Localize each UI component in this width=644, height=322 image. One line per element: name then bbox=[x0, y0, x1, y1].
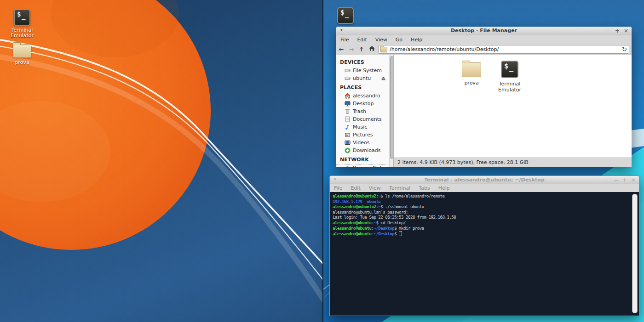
sidebar-item-trash[interactable]: Trash bbox=[336, 107, 389, 115]
sidebar-item-alessandro[interactable]: alessandro bbox=[336, 92, 389, 100]
network-icon bbox=[345, 165, 351, 167]
file-item-prova[interactable]: prova bbox=[452, 61, 491, 86]
sidebar-item-label: Videos bbox=[353, 140, 370, 146]
menu-item-file[interactable]: File bbox=[336, 37, 353, 43]
terminal-line: 192.168.1.179 ubuntu bbox=[333, 199, 639, 205]
sidebar-item-ubuntu[interactable]: ubuntu bbox=[336, 74, 389, 82]
sidebar-item-downloads[interactable]: Downloads bbox=[336, 147, 389, 154]
menu-item-edit[interactable]: Edit bbox=[353, 37, 371, 43]
home-icon bbox=[345, 93, 351, 99]
window-menu-icon[interactable]: ▾ bbox=[334, 177, 336, 181]
picture-icon bbox=[345, 132, 351, 138]
fm-titlebar[interactable]: ▾ Desktop - File Manager −+× bbox=[336, 27, 632, 36]
desktop-icon-prova[interactable]: prova bbox=[2, 41, 42, 65]
file-manager-window: ▾ Desktop - File Manager −+× FileEditVie… bbox=[336, 27, 632, 167]
up-button[interactable]: ↑ bbox=[356, 46, 367, 53]
terminal-icon: $_ bbox=[337, 7, 354, 24]
sidebar-item-music[interactable]: Music bbox=[336, 123, 389, 131]
download-icon bbox=[345, 147, 351, 153]
sidebar-item-videos[interactable]: Videos bbox=[336, 139, 389, 147]
minimize-button[interactable]: − bbox=[606, 27, 611, 35]
file-label: Terminal Emulator bbox=[490, 81, 529, 93]
terminal-line: alessandro@xubuntu2:~$ ls /home/alessand… bbox=[333, 194, 639, 199]
video-icon bbox=[345, 140, 351, 146]
fm-sidebar: DEVICESFile SystemubuntuPLACESalessandro… bbox=[336, 55, 389, 167]
back-button[interactable]: ← bbox=[336, 46, 346, 53]
terminal-titlebar[interactable]: ▾ Terminal - alessandro@ubuntu: ~/Deskto… bbox=[330, 176, 639, 185]
terminal-text: alessandro@ubuntu bbox=[333, 232, 371, 236]
sidebar-item-browse-network[interactable]: Browse Network bbox=[336, 164, 389, 167]
menu-item-view[interactable]: View bbox=[365, 185, 385, 191]
terminal-cursor bbox=[399, 231, 402, 236]
sidebar-item-label: Documents bbox=[353, 116, 382, 122]
menu-item-go[interactable]: Go bbox=[391, 37, 407, 43]
terminal-text: ~/Desktop bbox=[374, 226, 394, 231]
file-label: prova bbox=[452, 80, 491, 86]
sidebar-item-documents[interactable]: Documents bbox=[336, 115, 389, 123]
sidebar-item-desktop[interactable]: Desktop bbox=[336, 100, 389, 107]
terminal-text: alessandro@xubuntu2 bbox=[333, 204, 376, 209]
terminal-text: alessandro@ubuntu.lan's password: bbox=[333, 210, 410, 215]
terminal-line: alessandro@ubuntu:~$ cd Desktop/ bbox=[333, 220, 639, 226]
drive-icon bbox=[345, 75, 351, 81]
file-item-terminal-emulator[interactable]: $_Terminal Emulator bbox=[490, 61, 529, 93]
terminal-line: alessandro@ubuntu:~/Desktop$ bbox=[333, 231, 639, 237]
desktop-icon-terminal-emulator[interactable]: $_ bbox=[336, 7, 355, 24]
menu-item-help[interactable]: Help bbox=[407, 37, 426, 43]
maximize-button[interactable]: + bbox=[615, 27, 620, 35]
fm-file-area[interactable]: prova$_Terminal Emulator bbox=[394, 55, 632, 158]
menu-item-file[interactable]: File bbox=[330, 185, 346, 191]
menu-item-terminal[interactable]: Terminal bbox=[385, 185, 415, 191]
terminal-line: alessandro@ubuntu.lan's password: bbox=[333, 210, 639, 215]
terminal-text: $ ./sshmount ubuntu bbox=[380, 204, 424, 209]
terminal-scrollbar[interactable] bbox=[632, 194, 638, 313]
reload-button[interactable]: ↻ bbox=[622, 45, 627, 53]
folder-icon bbox=[380, 47, 387, 52]
scrollbar-thumb[interactable] bbox=[390, 56, 393, 159]
terminal-text: $ bbox=[394, 232, 399, 236]
sidebar-section-network: NETWORK bbox=[336, 154, 389, 164]
terminal-window-title: Terminal - alessandro@ubuntu: ~/Desktop bbox=[357, 177, 611, 183]
terminal-text: $ ls /home/alessandro/remote bbox=[380, 194, 444, 198]
sidebar-item-label: ubuntu bbox=[353, 75, 371, 81]
sidebar-item-label: Trash bbox=[353, 108, 366, 114]
fm-menubar: FileEditViewGoHelp bbox=[336, 35, 632, 44]
path-entry[interactable]: /home/alessandro/remote/ubuntu/Desktop/ … bbox=[378, 45, 629, 54]
status-text: 2 items: 4.9 KiB (4,973 bytes), Free spa… bbox=[397, 159, 529, 165]
desktop-icon-label: TerminalEmulator bbox=[2, 28, 42, 39]
sidebar-item-label: Music bbox=[353, 124, 367, 130]
terminal-content[interactable]: alessandro@xubuntu2:~$ ls /home/alessand… bbox=[330, 192, 639, 316]
terminal-text: $ mkdir prova bbox=[394, 226, 424, 231]
fm-statusbar: 2 items: 4.9 KiB (4,973 bytes), Free spa… bbox=[394, 158, 632, 167]
close-button[interactable]: × bbox=[623, 27, 629, 35]
sidebar-item-label: Downloads bbox=[353, 147, 380, 153]
menu-item-edit[interactable]: Edit bbox=[346, 185, 364, 191]
terminal-line: Last login: Tue Sep 22 06:35:53 2020 fro… bbox=[333, 215, 639, 220]
window-menu-icon[interactable]: ▾ bbox=[340, 28, 343, 32]
sidebar-item-pictures[interactable]: Pictures bbox=[336, 131, 389, 139]
desktop-icon-terminal-emulator[interactable]: $_ TerminalEmulator bbox=[2, 9, 42, 39]
menu-item-tabs[interactable]: Tabs bbox=[414, 185, 434, 191]
fm-window-title: Desktop - File Manager bbox=[364, 28, 604, 34]
home-button[interactable] bbox=[367, 46, 377, 53]
eject-icon[interactable] bbox=[381, 76, 386, 81]
terminal-text: $ cd Desktop/ bbox=[376, 220, 406, 225]
sidebar-item-file-system[interactable]: File System bbox=[336, 67, 389, 74]
folder-icon bbox=[462, 62, 481, 77]
minimize-button[interactable]: − bbox=[613, 176, 619, 185]
sidebar-section-devices: DEVICES bbox=[336, 57, 389, 67]
menu-item-view[interactable]: View bbox=[371, 37, 391, 43]
terminal-window: ▾ Terminal - alessandro@ubuntu: ~/Deskto… bbox=[329, 175, 639, 316]
menu-item-help[interactable]: Help bbox=[434, 185, 454, 191]
terminal-text: Last login: Tue Sep 22 06:35:53 2020 fro… bbox=[333, 215, 456, 220]
close-button[interactable]: × bbox=[631, 176, 636, 185]
terminal-icon: $_ bbox=[14, 9, 30, 26]
forward-button[interactable]: → bbox=[346, 46, 356, 53]
fm-toolbar: ← → ↑ /home/alessandro/remote/ubuntu/Des… bbox=[336, 44, 632, 56]
terminal-text: alessandro@ubuntu bbox=[333, 220, 371, 225]
fm-body: DEVICESFile SystemubuntuPLACESalessandro… bbox=[336, 55, 632, 167]
screen: $_ TerminalEmulator prova $_ ▾ Desktop -… bbox=[0, 0, 644, 322]
terminal-text: ubuntu bbox=[367, 199, 381, 204]
maximize-button[interactable]: + bbox=[622, 176, 627, 185]
terminal-text: alessandro@xubuntu2 bbox=[333, 194, 376, 198]
